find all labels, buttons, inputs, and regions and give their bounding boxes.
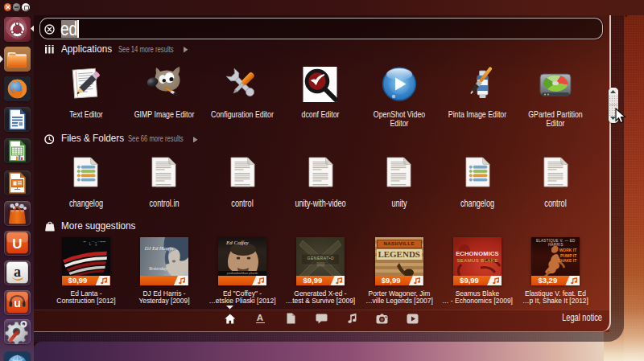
svg-text:a: a	[14, 264, 21, 280]
